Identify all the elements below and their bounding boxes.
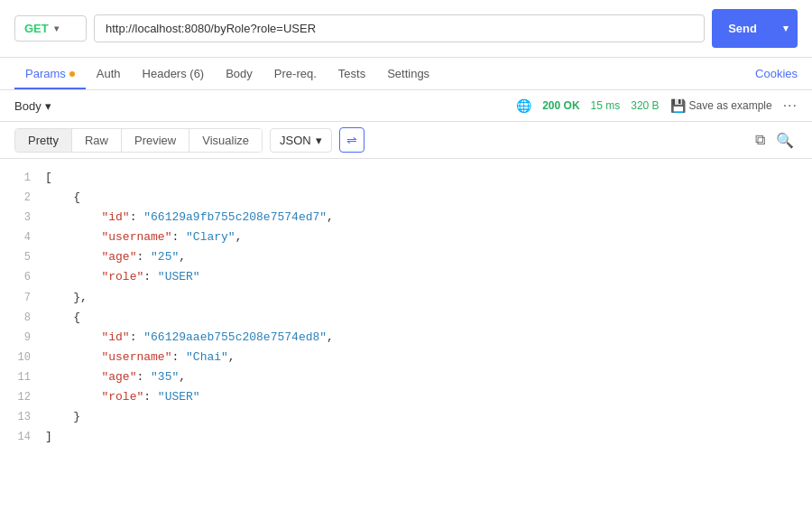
body-toggle[interactable]: Body ▾ — [14, 99, 51, 113]
search-icon[interactable]: 🔍 — [772, 128, 798, 153]
tab-tests-label: Tests — [338, 67, 365, 80]
tab-tests[interactable]: Tests — [328, 58, 376, 89]
line-number: 1 — [0, 168, 45, 187]
body-chevron: ▾ — [45, 99, 51, 113]
json-plain: , — [228, 350, 235, 364]
line-number: 2 — [0, 188, 45, 207]
line-number: 3 — [0, 208, 45, 227]
code-line: 5 "age": "25", — [0, 247, 812, 267]
tab-params-label: Params — [25, 67, 66, 80]
json-plain: : — [130, 330, 144, 344]
code-line: 7 }, — [0, 288, 812, 308]
json-key: "role" — [101, 270, 143, 283]
line-content: "id": "66129aaeb755c208e7574ed8", — [45, 328, 812, 348]
globe-icon: 🌐 — [516, 98, 531, 113]
format-preview[interactable]: Preview — [122, 129, 189, 152]
format-visualize[interactable]: Visualize — [189, 129, 262, 152]
line-number: 7 — [0, 288, 45, 307]
params-dot — [69, 71, 75, 77]
type-chevron: ▾ — [316, 134, 322, 147]
method-label: GET — [24, 22, 49, 35]
line-content: { — [45, 188, 812, 208]
status-code: 200 OK — [542, 99, 579, 112]
save-icon: 💾 — [670, 98, 686, 113]
tab-prereq[interactable]: Pre-req. — [263, 58, 328, 89]
line-number: 5 — [0, 247, 45, 266]
tab-auth[interactable]: Auth — [86, 58, 132, 89]
request-tabs: Params Auth Headers (6) Body Pre-req. Te… — [0, 58, 812, 90]
response-body: 1[2 {3 "id": "66129a9fb755c208e7574ed7",… — [0, 159, 812, 456]
line-number: 9 — [0, 328, 45, 347]
format-pretty[interactable]: Pretty — [15, 129, 72, 152]
method-chevron: ▾ — [54, 23, 59, 33]
json-string: "35" — [151, 370, 179, 384]
save-as-example[interactable]: 💾 Save as example — [670, 98, 772, 113]
code-line: 9 "id": "66129aaeb755c208e7574ed8", — [0, 328, 812, 348]
code-line: 14] — [0, 427, 812, 447]
code-line: 6 "role": "USER" — [0, 267, 812, 287]
save-example-label: Save as example — [689, 99, 772, 112]
json-plain: , — [327, 330, 334, 344]
filter-icon[interactable]: ⇌ — [339, 127, 364, 153]
method-selector[interactable]: GET ▾ — [14, 15, 87, 42]
code-line: 10 "username": "Chai", — [0, 348, 812, 367]
line-content: "age": "35", — [45, 367, 812, 387]
code-line: 3 "id": "66129a9fb755c208e7574ed7", — [0, 208, 812, 228]
body-label-text: Body — [14, 99, 42, 113]
json-plain: , — [179, 250, 186, 264]
json-key: "age" — [101, 370, 136, 384]
json-plain: : — [171, 350, 186, 364]
json-plain: , — [327, 210, 334, 224]
json-key: "username" — [101, 350, 171, 364]
code-line: 8 { — [0, 308, 812, 328]
send-label: Send — [712, 15, 773, 42]
tab-params[interactable]: Params — [14, 58, 86, 89]
json-plain: : — [130, 210, 144, 224]
tab-settings[interactable]: Settings — [376, 58, 440, 89]
line-number: 12 — [0, 387, 45, 406]
code-line: 4 "username": "Clary", — [0, 228, 812, 247]
line-content: "username": "Chai", — [45, 348, 812, 367]
json-key: "username" — [101, 230, 171, 244]
line-number: 11 — [0, 367, 45, 386]
line-number: 8 — [0, 308, 45, 327]
format-bar: Pretty Raw Preview Visualize JSON ▾ ⇌ ⧉ … — [0, 122, 812, 159]
line-number: 6 — [0, 267, 45, 286]
more-options-icon[interactable]: ··· — [783, 98, 798, 114]
send-button[interactable]: Send ▾ — [712, 9, 798, 48]
copy-icon[interactable]: ⧉ — [752, 128, 769, 152]
response-status-bar: Body ▾ 🌐 200 OK 15 ms 320 B 💾 Save as ex… — [0, 90, 812, 122]
json-key: "role" — [101, 390, 143, 404]
json-plain — [45, 210, 101, 224]
line-number: 14 — [0, 427, 45, 446]
json-plain: : — [136, 370, 151, 384]
code-line: 12 "role": "USER" — [0, 387, 812, 407]
tab-headers[interactable]: Headers (6) — [132, 58, 216, 89]
line-number: 10 — [0, 348, 45, 367]
json-string: "25" — [151, 250, 179, 264]
response-size: 320 B — [631, 99, 659, 112]
line-content: ] — [45, 427, 812, 447]
json-string: "66129aaeb755c208e7574ed8" — [143, 330, 327, 344]
json-bracket: [ — [45, 171, 52, 184]
type-selector[interactable]: JSON ▾ — [270, 128, 332, 153]
json-plain — [45, 350, 101, 364]
tab-body[interactable]: Body — [215, 58, 263, 89]
cookies-link[interactable]: Cookies — [755, 67, 798, 80]
line-content: "username": "Clary", — [45, 228, 812, 247]
line-content: } — [45, 407, 812, 427]
json-key: "id" — [101, 210, 129, 224]
url-input[interactable] — [94, 14, 705, 42]
line-content: { — [45, 308, 812, 328]
json-plain — [45, 230, 101, 244]
tab-prereq-label: Pre-req. — [274, 67, 317, 80]
line-content: "role": "USER" — [45, 387, 812, 407]
line-content: }, — [45, 288, 812, 308]
json-string: "66129a9fb755c208e7574ed7" — [143, 210, 327, 224]
format-raw[interactable]: Raw — [72, 129, 122, 152]
code-line: 1[ — [0, 168, 812, 188]
json-string: "USER" — [158, 270, 200, 283]
code-line: 13 } — [0, 407, 812, 427]
json-plain — [45, 390, 101, 404]
json-plain — [45, 270, 101, 283]
